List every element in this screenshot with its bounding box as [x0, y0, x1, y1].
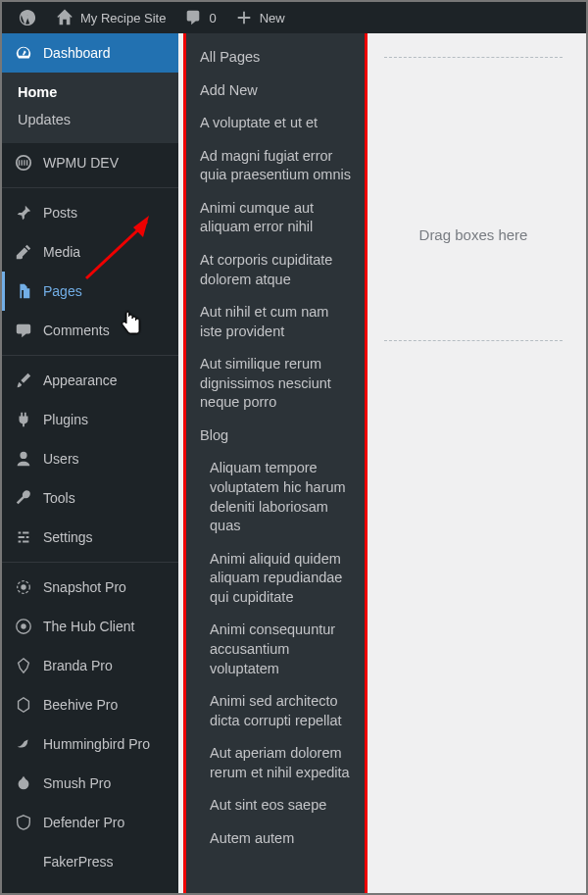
flyout-item[interactable]: Aliquam tempore voluptatem hic harum del…	[186, 452, 365, 542]
snapshot-icon	[14, 577, 33, 597]
menu-hubclient[interactable]: The Hub Client	[2, 607, 178, 646]
page-icon	[14, 281, 33, 301]
menu-snapshot[interactable]: Snapshot Pro	[2, 568, 178, 607]
plus-icon	[234, 8, 254, 27]
menu-users[interactable]: Users	[2, 439, 178, 478]
dashboard-dropzone[interactable]: Drag boxes here	[384, 57, 563, 341]
comment-icon	[183, 8, 203, 27]
menu-label: Appearance	[43, 373, 118, 388]
menu-smush[interactable]: Smush Pro	[2, 764, 178, 803]
flyout-item[interactable]: Ad magni fugiat error quia praesentium o…	[186, 140, 365, 192]
menu-plugins[interactable]: Plugins	[2, 400, 178, 439]
menu-media[interactable]: Media	[2, 232, 178, 272]
flyout-item[interactable]: Add New	[186, 75, 365, 108]
menu-label: Hummingbird Pro	[43, 736, 150, 752]
site-name-label: My Recipe Site	[80, 11, 166, 25]
menu-fakerpress[interactable]: FakerPress	[2, 842, 178, 881]
menu-label: Users	[43, 451, 79, 467]
flyout-item[interactable]: Aut sint eos saepe	[186, 789, 365, 822]
menu-label: Pages	[43, 283, 82, 299]
hummingbird-icon	[14, 734, 33, 754]
menu-label: Media	[43, 244, 80, 260]
menu-branda[interactable]: Branda Pro	[2, 646, 178, 685]
beehive-icon	[14, 695, 33, 715]
menu-label: Comments	[43, 323, 110, 338]
menu-label: Posts	[43, 205, 77, 221]
menu-label: Beehive Pro	[43, 697, 118, 713]
menu-wpmudev[interactable]: WPMU DEV	[2, 143, 178, 182]
menu-hummingbird[interactable]: Hummingbird Pro	[2, 724, 178, 764]
svg-point-5	[19, 779, 29, 790]
flyout-item[interactable]: All Pages	[186, 41, 365, 75]
shield-icon	[14, 813, 33, 832]
menu-label: Dashboard	[43, 45, 111, 61]
flyout-item[interactable]: Animi cumque aut aliquam error nihil	[186, 192, 365, 244]
smush-icon	[14, 773, 33, 793]
menu-pages[interactable]: Pages	[2, 272, 178, 311]
hub-icon	[14, 617, 33, 636]
menu-label: Plugins	[43, 412, 88, 427]
flyout-item[interactable]: Aut nihil et cum nam iste provident	[186, 296, 365, 348]
menu-label: Snapshot Pro	[43, 579, 126, 595]
flyout-item[interactable]: Autem autem	[186, 822, 365, 856]
plug-icon	[14, 410, 33, 429]
flyout-item[interactable]: At corporis cupiditate dolorem atque	[186, 244, 365, 296]
admin-sidebar: Dashboard Home Updates WPMU DEV Posts Me…	[2, 33, 178, 893]
menu-label: Settings	[43, 529, 93, 545]
menu-appearance[interactable]: Appearance	[2, 361, 178, 400]
menu-comments[interactable]: Comments	[2, 311, 178, 350]
menu-beehive[interactable]: Beehive Pro	[2, 685, 178, 724]
new-content[interactable]: New	[226, 2, 293, 33]
menu-label: FakerPress	[43, 854, 114, 870]
menu-label: Smush Pro	[43, 775, 111, 791]
settings-icon	[14, 527, 33, 547]
pin-icon	[14, 203, 33, 223]
flyout-item[interactable]: Animi sed architecto dicta corrupti repe…	[186, 685, 365, 737]
user-icon	[14, 449, 33, 469]
menu-settings[interactable]: Settings	[2, 518, 178, 557]
comments-count: 0	[209, 11, 216, 25]
submenu-dashboard: Home Updates	[2, 73, 178, 143]
flyout-item[interactable]: Animi consequuntur accusantium voluptate…	[186, 614, 365, 685]
menu-label: WPMU DEV	[43, 155, 119, 171]
wrench-icon	[14, 488, 33, 508]
flyout-item[interactable]: Animi aliquid quidem aliquam repudiandae…	[186, 543, 365, 615]
svg-point-4	[21, 623, 25, 628]
home-icon	[55, 8, 74, 27]
media-icon	[14, 242, 33, 262]
dropzone-label: Drag boxes here	[419, 226, 528, 243]
wordpress-logo-icon	[18, 8, 37, 27]
menu-defender[interactable]: Defender Pro	[2, 803, 178, 842]
svg-point-2	[21, 584, 25, 589]
wpmudev-icon	[14, 153, 33, 173]
comments-bubble[interactable]: 0	[175, 2, 223, 33]
flyout-item[interactable]: A voluptate et ut et	[186, 107, 365, 140]
menu-dashboard[interactable]: Dashboard	[2, 33, 178, 73]
new-label: New	[260, 11, 285, 25]
flyout-item[interactable]: Blog	[186, 420, 365, 453]
menu-label: The Hub Client	[43, 619, 134, 634]
wp-logo[interactable]	[10, 2, 45, 33]
site-name[interactable]: My Recipe Site	[47, 2, 173, 33]
submenu-updates[interactable]: Updates	[2, 106, 178, 133]
admin-bar: My Recipe Site 0 New	[2, 2, 586, 33]
menu-posts[interactable]: Posts	[2, 193, 178, 232]
menu-label: Tools	[43, 490, 75, 506]
dashboard-icon	[14, 43, 33, 63]
submenu-home[interactable]: Home	[2, 78, 178, 106]
flyout-item[interactable]: Aut aperiam dolorem rerum et nihil exped…	[186, 737, 365, 789]
flyout-item[interactable]: Aut similique rerum dignissimos nesciunt…	[186, 348, 365, 420]
menu-label: Defender Pro	[43, 815, 124, 830]
menu-tools[interactable]: Tools	[2, 478, 178, 518]
branda-icon	[14, 656, 33, 675]
brush-icon	[14, 371, 33, 390]
fakerpress-icon	[14, 852, 33, 871]
pages-flyout-submenu: All PagesAdd NewA voluptate et ut etAd m…	[186, 33, 365, 894]
comment-icon	[14, 321, 33, 340]
menu-label: Branda Pro	[43, 658, 113, 673]
